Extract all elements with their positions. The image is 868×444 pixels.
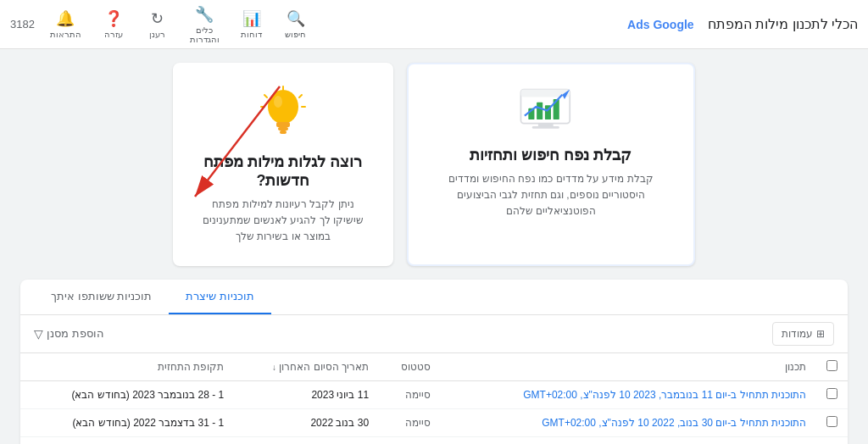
ads-google-brand: Ads Google: [627, 18, 694, 31]
plans-table: תכנון סטטוס תאריך הסיום האחרון ↓ תקופת ה…: [20, 353, 848, 444]
card-icon-area: [432, 85, 670, 136]
add-filter-label: הוספת מסנן: [47, 327, 104, 340]
search-icon: 🔍: [287, 9, 305, 28]
discover-card-desc: ניתן לקבל רעיונות למילות מפתח שישיקו לך …: [197, 197, 370, 246]
nav-help-label: עזרה: [104, 30, 123, 39]
row-checkbox-cell: [816, 380, 848, 408]
search-card-title: קבלת נפח חיפוש ותחזיות: [432, 146, 670, 164]
row-plan-2[interactable]: Plan from Nov 8, 2022, 6 PM, GMT+02:00: [441, 436, 816, 444]
nav-reports[interactable]: 📊 דוחות: [231, 4, 272, 44]
table-toolbar: ⊞ עמודות הוספת מסנן ▽: [20, 315, 848, 353]
discover-card-title: רוצה לגלות מילות מפתח חדשות?: [197, 153, 370, 190]
account-id: 3182: [10, 18, 35, 31]
search-volume-card[interactable]: קבלת נפח חיפוש ותחזיות קבלת מידע על מדדי…: [407, 63, 695, 266]
tools-icon: 🔧: [195, 5, 214, 24]
row-last-date-0: 11 ביוני 2023: [234, 380, 379, 408]
row-status-1: סיימה: [379, 408, 441, 436]
th-last-date: תאריך הסיום האחרון ↓: [234, 353, 379, 381]
nav-right: הכלי לתכנון מילות המפתח Ads Google: [627, 16, 858, 32]
nav-alerts[interactable]: 🔔 התראות: [42, 4, 90, 44]
tab-created-plans[interactable]: תוכניות שיצרת: [169, 280, 271, 314]
nav-alerts-label: התראות: [50, 30, 81, 39]
table-tabs: תוכניות שיצרת תוכניות ששותפו איתך: [20, 280, 848, 315]
svg-rect-3: [532, 126, 559, 129]
row-checkbox-cell: [816, 436, 848, 444]
add-filter-button[interactable]: הוספת מסנן ▽: [34, 327, 104, 341]
columns-button[interactable]: ⊞ עמודות: [772, 322, 834, 346]
svg-line-14: [264, 95, 267, 97]
main-content: קבלת נפח חיפוש ותחזיות קבלת מידע על מדדי…: [0, 49, 868, 444]
refresh-icon: ↻: [151, 9, 164, 28]
row-period-2: 1 - 31 בדצמבר 2022 (בחודש הבא): [20, 436, 234, 444]
nav-tools[interactable]: 🔧 כליםוהגדרות: [181, 0, 228, 49]
row-last-date-2: 8 בנוב 2022: [234, 436, 379, 444]
tab-shared-plans[interactable]: תוכניות ששותפו איתך: [34, 280, 169, 314]
svg-rect-11: [278, 127, 288, 130]
help-icon: ❓: [104, 9, 123, 28]
nav-refresh-label: רענן: [149, 30, 165, 39]
row-plan-0[interactable]: התוכנית תתחיל ב-יום 11 בנובמבר, 2023 10 …: [441, 380, 816, 408]
page-title: הכלי לתכנון מילות המפתח: [708, 16, 858, 32]
lightbulb-icon: [258, 83, 309, 142]
th-plan: תכנון: [441, 353, 816, 381]
row-status-2: סיימה: [379, 436, 441, 444]
table-row: התוכנית תתחיל ב-יום 11 בנובמבר, 2023 10 …: [20, 380, 848, 408]
table-section: תוכניות שיצרת תוכניות ששותפו איתך ⊞ עמוד…: [20, 280, 848, 444]
nav-search[interactable]: 🔍 חיפוש: [275, 4, 316, 44]
row-plan-1[interactable]: התוכנית תתחיל ב-יום 30 בנוב, 2022 10 לפנ…: [441, 408, 816, 436]
search-card-desc: קבלת מידע על מדדים כמו נפח החיפוש ומדדים…: [432, 171, 670, 220]
table-row: Plan from Nov 8, 2022, 6 PM, GMT+02:00 ס…: [20, 436, 848, 444]
row-checkbox-0[interactable]: [826, 388, 837, 399]
row-period-1: 1 - 31 בדצמבר 2022 (בחודש הבא): [20, 408, 234, 436]
svg-line-15: [299, 95, 302, 97]
th-period: תקופת התחזית: [20, 353, 234, 381]
svg-point-9: [268, 90, 298, 124]
top-navigation: 3182 🔔 התראות ❓ עזרה ↻ רענן 🔧 כליםוהגדרו…: [0, 0, 868, 49]
nav-refresh[interactable]: ↻ רענן: [137, 4, 178, 44]
row-status-0: סיימה: [379, 380, 441, 408]
th-checkbox: [816, 353, 848, 381]
bell-icon: 🔔: [56, 9, 75, 28]
reports-icon: 📊: [242, 9, 261, 28]
filter-icon: ▽: [34, 327, 43, 341]
svg-rect-5: [537, 103, 542, 119]
row-checkbox-1[interactable]: [826, 416, 837, 427]
row-period-0: 1 - 28 בנובמבר 2023 (בחודש הבא): [20, 380, 234, 408]
nav-tools-label: כליםוהגדרות: [190, 25, 220, 44]
select-all-checkbox[interactable]: [826, 360, 837, 371]
row-checkbox-cell: [816, 408, 848, 436]
nav-help[interactable]: ❓ עזרה: [93, 4, 134, 44]
svg-point-18: [274, 96, 282, 108]
table-row: התוכנית תתחיל ב-יום 30 בנוב, 2022 10 לפנ…: [20, 408, 848, 436]
svg-rect-12: [280, 130, 287, 134]
nav-reports-label: דוחות: [241, 30, 262, 39]
chart-svg-icon: [517, 85, 585, 136]
discover-card[interactable]: רוצה לגלות מילות מפתח חדשות? ניתן לקבל ר…: [173, 63, 393, 266]
nav-left: 3182 🔔 התראות ❓ עזרה ↻ רענן 🔧 כליםוהגדרו…: [10, 0, 316, 49]
row-last-date-1: 30 בנוב 2022: [234, 408, 379, 436]
discover-icon-area: [197, 83, 370, 142]
columns-icon: ⊞: [816, 328, 825, 340]
svg-rect-10: [276, 122, 290, 127]
nav-search-label: חיפוש: [285, 30, 306, 39]
cards-row: קבלת נפח חיפוש ותחזיות קבלת מידע על מדדי…: [20, 63, 848, 266]
th-status: סטטוס: [379, 353, 441, 381]
columns-label: עמודות: [782, 328, 813, 340]
